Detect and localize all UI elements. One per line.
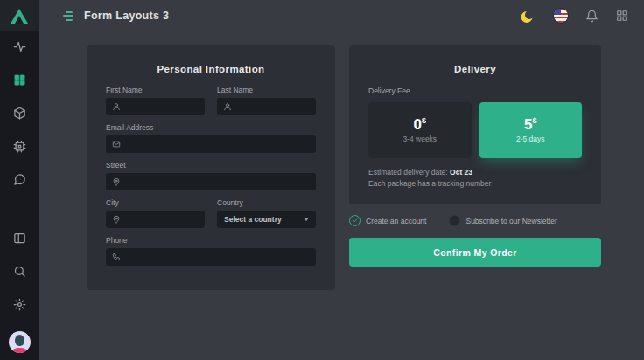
header-actions: [522, 8, 630, 24]
person-icon: [112, 102, 121, 111]
avatar-head: [15, 335, 24, 346]
checkbox-row: Create an account Subscribe to our Newsl…: [349, 215, 601, 226]
email-label: Email Address: [106, 123, 316, 132]
delivery-options: 0$ 3-4 weeks 5$ 2-5 days: [368, 102, 582, 158]
envelope-icon: [112, 140, 121, 149]
last-name-label: Last Name: [217, 86, 316, 94]
app-window: Form Layouts 3: [0, 0, 644, 360]
page-title: Form Layouts 3: [84, 10, 169, 22]
app-logo[interactable]: [0, 0, 38, 31]
confirm-order-button[interactable]: Confirm My Order: [349, 238, 601, 267]
delivery-option-duration: 3-4 weeks: [402, 135, 437, 143]
delivery-column: Delivery Delivery Fee 0$ 3-4 weeks 5$ 2-…: [349, 45, 601, 267]
sidebar-item-gear-icon[interactable]: [13, 298, 26, 311]
city-field-group: City: [106, 198, 205, 228]
personal-information-title: Personal Information: [106, 45, 316, 74]
country-select[interactable]: Select a country: [217, 211, 316, 228]
sidebar-item-search-icon[interactable]: [13, 265, 26, 278]
personal-information-card: Personal Information First Name Last Nam…: [87, 45, 335, 290]
street-label: Street: [106, 161, 316, 170]
email-text-input[interactable]: [125, 140, 310, 149]
chevron-down-icon: [304, 218, 309, 221]
grid-menu-icon[interactable]: [614, 8, 630, 24]
sidebar-item-activity-icon[interactable]: [13, 40, 26, 53]
pin-icon: [112, 215, 121, 224]
delivery-option-price: 5$: [524, 117, 536, 132]
delivery-option-price: 0$: [414, 117, 426, 132]
sidebar-item-apps-grid-icon[interactable]: [13, 73, 26, 87]
last-name-input[interactable]: [217, 98, 316, 115]
tracking-note: Each package has a tracking number: [368, 179, 582, 188]
phone-input[interactable]: [106, 248, 316, 266]
phone-icon: [112, 253, 121, 261]
last-name-field-group: Last Name: [217, 86, 316, 115]
sidebar-nav: [0, 31, 38, 360]
sidebar-item-chat-icon[interactable]: [13, 173, 26, 186]
check-icon: [352, 218, 358, 224]
menu-icon[interactable]: [63, 11, 74, 21]
country-field-group: Country Select a country: [217, 198, 316, 228]
user-avatar[interactable]: [9, 331, 31, 353]
delivery-card: Delivery Delivery Fee 0$ 3-4 weeks 5$ 2-…: [349, 45, 601, 204]
first-name-input[interactable]: [106, 98, 205, 115]
sidebar-item-cube-icon[interactable]: [13, 107, 26, 120]
email-field-group: Email Address: [106, 123, 316, 153]
first-name-field-group: First Name: [106, 86, 205, 115]
triangle-logo-icon: [10, 9, 28, 24]
city-input[interactable]: [106, 211, 205, 228]
delivery-option-express[interactable]: 5$ 2-5 days: [480, 102, 583, 158]
street-field-group: Street: [106, 161, 316, 190]
city-label: City: [106, 198, 205, 207]
header-bar: Form Layouts 3: [38, 0, 644, 31]
personal-information-form: First Name Last Name: [106, 86, 316, 266]
estimated-delivery-text: Estimated delivery date: Oct 23: [368, 168, 582, 177]
newsletter-checkbox[interactable]: [449, 215, 460, 226]
delivery-option-duration: 2-5 days: [516, 135, 545, 143]
newsletter-label[interactable]: Subscribe to our Newsletter: [466, 217, 556, 225]
street-text-input[interactable]: [125, 177, 310, 186]
sidebar-item-cpu-icon[interactable]: [13, 140, 26, 153]
delivery-option-free[interactable]: 0$ 3-4 weeks: [368, 102, 472, 158]
create-account-checkbox[interactable]: [349, 215, 360, 226]
city-text-input[interactable]: [125, 215, 199, 224]
phone-field-group: Phone: [106, 236, 316, 266]
delivery-fee-label: Delivery Fee: [368, 87, 582, 95]
create-account-label[interactable]: Create an account: [366, 217, 426, 225]
pin-icon: [112, 177, 121, 186]
street-input[interactable]: [106, 173, 316, 190]
last-name-text-input[interactable]: [236, 102, 310, 111]
email-input[interactable]: [106, 135, 316, 153]
person-icon: [223, 102, 232, 111]
phone-label: Phone: [106, 236, 316, 245]
first-name-label: First Name: [106, 86, 205, 94]
moon-icon[interactable]: [522, 8, 538, 24]
phone-text-input[interactable]: [125, 253, 310, 261]
estimated-delivery-date: Oct 23: [450, 168, 472, 177]
country-label: Country: [217, 198, 316, 207]
delivery-title: Delivery: [368, 45, 582, 74]
bell-icon[interactable]: [584, 8, 599, 24]
main-content: Personal Information First Name Last Nam…: [38, 31, 644, 360]
avatar-shirt: [11, 348, 28, 353]
country-select-value: Select a country: [224, 215, 282, 224]
sidebar-item-layout-icon[interactable]: [13, 232, 26, 245]
first-name-text-input[interactable]: [125, 102, 199, 111]
us-flag-icon[interactable]: [553, 8, 569, 24]
